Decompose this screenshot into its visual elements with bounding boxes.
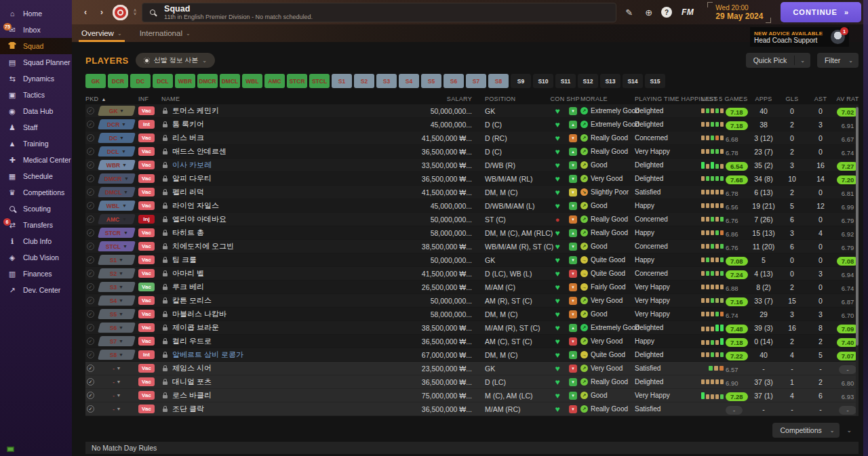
position-pill[interactable]: S8▼	[98, 350, 136, 360]
chevron-down-icon[interactable]: ▼	[123, 190, 128, 194]
competitions-dropdown[interactable]: Competitions ⌄	[772, 423, 840, 438]
position-pill[interactable]: DC▼	[98, 133, 136, 143]
pkd-cell[interactable]: S3▼	[99, 282, 138, 292]
name-cell[interactable]: 타히트 총	[161, 228, 414, 238]
player-name[interactable]: 이사 카보레	[172, 160, 212, 170]
col-happiness[interactable]: PLAYING TIME HAPPINESS	[635, 96, 701, 102]
name-cell[interactable]: 조단 클락	[161, 404, 414, 414]
table-row[interactable]: ✓WBL▼Vac라이언 자일스45,000,000...D/WB/M/AM (L…	[85, 199, 859, 213]
col-position[interactable]: POSITION	[479, 96, 549, 102]
position-filter-s12[interactable]: S12	[578, 74, 598, 88]
help-icon[interactable]: ?	[661, 7, 672, 18]
info-badge[interactable]: Vac	[138, 337, 155, 346]
table-row[interactable]: ✓S6▼Vac제이콥 브라운38,500,000 ₩...M/AM (R), S…	[85, 321, 859, 335]
club-spinner[interactable]: ˄˅	[134, 9, 136, 16]
sidebar-item-inbox[interactable]: ✉75Inbox	[0, 22, 72, 38]
chevron-down-icon[interactable]: ▼	[123, 230, 128, 235]
position-filter-wbr[interactable]: WBR	[175, 74, 195, 88]
pkd-cell[interactable]: S4▼	[99, 295, 138, 306]
player-name[interactable]: 토머스 케민키	[172, 106, 219, 116]
position-pill[interactable]: S6▼	[98, 323, 136, 333]
table-row[interactable]: ✓S3▼Vac루크 베리26,500,000 ₩...M/AM (C)♥▾→Fa…	[85, 281, 859, 294]
pkd-cell[interactable]: WBL▼	[99, 201, 138, 211]
table-row[interactable]: ✓S8▼Int알베르트 삼비 로콩가67,000,000 ₩...DM, M (…	[85, 348, 859, 362]
position-filter-s3[interactable]: S3	[376, 74, 397, 88]
name-cell[interactable]: 제이콥 브라운	[161, 323, 414, 333]
col-shp[interactable]: SHP	[566, 96, 580, 102]
chevron-down-icon[interactable]: ▼	[119, 352, 123, 357]
info-badge[interactable]: Vac	[138, 323, 155, 332]
info-badge[interactable]: Vac	[138, 377, 155, 386]
col-pkd[interactable]: PKD▲	[85, 96, 138, 102]
position-pill[interactable]: S5▼	[98, 309, 136, 319]
table-row[interactable]: ✓S1▼Vac팀 크룰50,000,000...GK♥▾→Quite GoodH…	[85, 253, 859, 267]
name-cell[interactable]: 알베르트 삼비 로콩가	[161, 350, 414, 360]
info-badge[interactable]: Vac	[138, 269, 155, 278]
pkd-cell[interactable]: -▼	[99, 377, 138, 387]
row-checkbox[interactable]: ✓	[87, 310, 94, 318]
position-filter-s1[interactable]: S1	[332, 74, 352, 88]
pkd-cell[interactable]: -▼	[99, 390, 138, 400]
name-cell[interactable]: 엘리야 아데바요	[161, 214, 414, 224]
quick-pick-button[interactable]: Quick Pick ⌄	[746, 53, 810, 68]
chevron-down-icon[interactable]: ▼	[119, 108, 124, 113]
chevron-down-icon[interactable]: ▼	[116, 379, 121, 384]
table-row[interactable]: ✓DCR▼Int톰 록키어45,000,000...D (C)♥▴↗Extrem…	[85, 118, 859, 131]
position-pill[interactable]: DMCL▼	[98, 187, 136, 197]
row-checkbox[interactable]: ✓	[87, 256, 94, 264]
position-filter-s14[interactable]: S14	[623, 74, 643, 88]
chevron-down-icon[interactable]: ▼	[119, 298, 123, 303]
position-pill[interactable]: AMC▼	[98, 214, 136, 224]
sidebar-item-staff[interactable]: ♟Staff	[0, 119, 72, 136]
name-cell[interactable]: 대니얼 포츠	[161, 377, 414, 387]
sidebar-item-squad[interactable]: Squad	[0, 38, 72, 54]
player-name[interactable]: 아마리 벨	[172, 268, 204, 278]
player-name[interactable]: 알베르트 삼비 로콩가	[172, 350, 243, 360]
pkd-cell[interactable]: S5▼	[99, 309, 138, 319]
table-row[interactable]: ✓-▼Vac로스 바클리75,000,000 ₩...M (C), AM (LC…	[85, 389, 859, 402]
pkd-cell[interactable]: DMCR▼	[99, 173, 138, 184]
sidebar-item-transfers[interactable]: ⇄6Transfers	[0, 217, 72, 233]
info-badge[interactable]: Vac	[138, 106, 155, 115]
row-checkbox[interactable]: ✓	[87, 365, 94, 372]
col-name[interactable]: NAME	[161, 96, 414, 102]
player-name[interactable]: 팀 크룰	[172, 255, 197, 265]
table-row[interactable]: ✓DCL▼Vac매드스 안데르센36,500,000 ₩...D (C)♥▴↗R…	[85, 145, 859, 159]
col-salary[interactable]: SALARY	[414, 96, 479, 102]
position-pill[interactable]: STCL▼	[98, 241, 136, 251]
pkd-cell[interactable]: STCL▼	[99, 241, 138, 251]
player-name[interactable]: 제이콥 브라운	[172, 323, 219, 333]
info-badge[interactable]: Vac	[138, 188, 155, 196]
info-badge[interactable]: Int	[138, 350, 155, 359]
col-gls[interactable]: GLS	[778, 96, 806, 102]
row-checkbox[interactable]: ✓	[87, 175, 94, 182]
table-row[interactable]: ✓STCL▼Vac치에도지에 오그빈38,500,000 ₩...WB/M/AM…	[85, 240, 859, 253]
tab-overview[interactable]: Overview⌄	[81, 24, 122, 42]
row-checkbox[interactable]: ✓	[87, 148, 94, 155]
sidebar-item-squad-planner[interactable]: ▤Squad Planner	[0, 54, 72, 70]
chevron-down-icon[interactable]: ▼	[116, 366, 121, 371]
player-name[interactable]: 매드스 안데르센	[172, 146, 226, 157]
position-pill[interactable]: STCR▼	[98, 228, 136, 238]
player-name[interactable]: 루크 베리	[172, 282, 204, 292]
table-row[interactable]: ✓AMC▼Inj엘리야 아데바요50,000,000...ST (C)●▾↗Re…	[85, 213, 859, 226]
position-pill[interactable]: GK▼	[98, 106, 136, 116]
player-name[interactable]: 조단 클락	[172, 404, 204, 414]
position-filter-s4[interactable]: S4	[399, 74, 419, 88]
position-pill[interactable]: -▼	[99, 390, 134, 400]
position-pill[interactable]: S4▼	[98, 295, 136, 306]
position-pill[interactable]: DCL▼	[98, 146, 136, 157]
player-name[interactable]: 라이언 자일스	[172, 201, 219, 211]
info-badge[interactable]: Vac	[138, 242, 155, 251]
position-filter-s15[interactable]: S15	[645, 74, 665, 88]
chevron-down-icon[interactable]: ▼	[116, 393, 121, 398]
player-name[interactable]: 마블러스 나캄바	[172, 309, 226, 319]
position-pill[interactable]: S7▼	[98, 336, 136, 346]
position-filter-wbl[interactable]: WBL	[242, 74, 262, 88]
row-checkbox[interactable]: ✓	[87, 405, 94, 413]
pkd-cell[interactable]: S8▼	[99, 350, 138, 360]
chevron-down-icon[interactable]: ▼	[122, 163, 127, 167]
table-row[interactable]: ✓-▼Vac조단 클락36,500,000 ₩...M/AM (RC)♥▾↗Re…	[85, 402, 859, 416]
position-pill[interactable]: -▼	[99, 404, 134, 414]
pkd-cell[interactable]: STCR▼	[99, 228, 138, 238]
